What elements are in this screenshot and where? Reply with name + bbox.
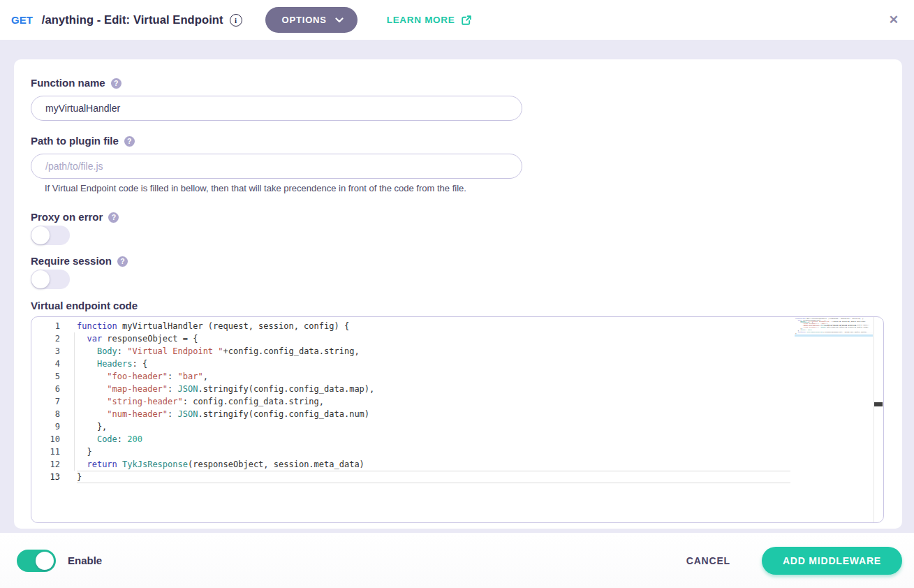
enable-toggle[interactable] xyxy=(17,550,56,572)
function-name-help-icon[interactable]: ? xyxy=(111,78,121,89)
proxy-on-error-label: Proxy on error xyxy=(31,210,103,224)
learn-more-label: LEARN MORE xyxy=(387,15,455,25)
require-session-label: Require session xyxy=(31,254,112,268)
enable-label: Enable xyxy=(68,554,102,566)
editor-minimap[interactable]: function myVirtualHandler (request, sess… xyxy=(795,318,873,337)
external-link-icon xyxy=(461,15,472,26)
http-method-badge: GET xyxy=(11,14,33,26)
toggle-knob xyxy=(31,226,50,244)
plugin-path-label: Path to plugin file xyxy=(31,134,119,148)
code-lines: function myVirtualHandler (request, sess… xyxy=(74,320,790,483)
learn-more-link[interactable]: LEARN MORE xyxy=(387,15,473,26)
editor-scrollbar-thumb[interactable] xyxy=(874,402,883,406)
footer-bar: Enable CANCEL ADD MIDDLEWARE xyxy=(0,533,914,588)
indent-guide xyxy=(74,332,75,471)
code-label-row: Virtual endpoint code xyxy=(31,299,884,313)
add-middleware-button[interactable]: ADD MIDDLEWARE xyxy=(762,547,902,575)
close-icon[interactable]: ✕ xyxy=(886,11,901,29)
chevron-down-icon xyxy=(335,17,344,23)
editor-scrollbar-track xyxy=(874,317,874,522)
panel-body: Function name ? Path to plugin file ? If… xyxy=(0,40,914,533)
plugin-path-help-icon[interactable]: ? xyxy=(124,136,135,147)
toggle-knob xyxy=(36,552,54,570)
function-name-input[interactable] xyxy=(31,96,522,121)
proxy-on-error-toggle[interactable] xyxy=(31,226,70,245)
require-session-toggle[interactable] xyxy=(31,270,70,289)
code-editor[interactable]: 12345678910111213 function myVirtualHand… xyxy=(31,316,884,523)
proxy-on-error-help-icon[interactable]: ? xyxy=(108,212,119,223)
require-session-help-icon[interactable]: ? xyxy=(117,256,128,267)
cancel-button[interactable]: CANCEL xyxy=(686,555,730,566)
function-name-label: Function name xyxy=(31,76,105,90)
toggle-knob xyxy=(31,270,50,288)
virtual-endpoint-code-label: Virtual endpoint code xyxy=(31,299,138,313)
options-button-label: OPTIONS xyxy=(282,15,327,25)
plugin-path-input[interactable] xyxy=(31,154,522,179)
code-lines: function myVirtualHandler (request, sess… xyxy=(795,318,873,334)
proxy-on-error-label-row: Proxy on error ? xyxy=(31,210,884,224)
minimap-viewport-bar xyxy=(795,335,873,337)
minimap-content: function myVirtualHandler (request, sess… xyxy=(795,318,814,334)
options-button[interactable]: OPTIONS xyxy=(265,7,358,33)
page-title: /anything - Edit: Virtual Endpoint xyxy=(42,13,223,27)
header-bar: GET /anything - Edit: Virtual Endpoint i… xyxy=(0,0,914,40)
code-gutter: 12345678910111213 xyxy=(31,320,74,483)
plugin-path-helper-text: If Virtual Endpoint code is filled in be… xyxy=(45,183,884,193)
function-name-label-row: Function name ? xyxy=(31,76,884,90)
edit-middleware-card: Function name ? Path to plugin file ? If… xyxy=(14,59,902,529)
info-icon[interactable]: i xyxy=(230,14,242,27)
plugin-path-label-row: Path to plugin file ? xyxy=(31,134,884,148)
require-session-label-row: Require session ? xyxy=(31,254,884,268)
